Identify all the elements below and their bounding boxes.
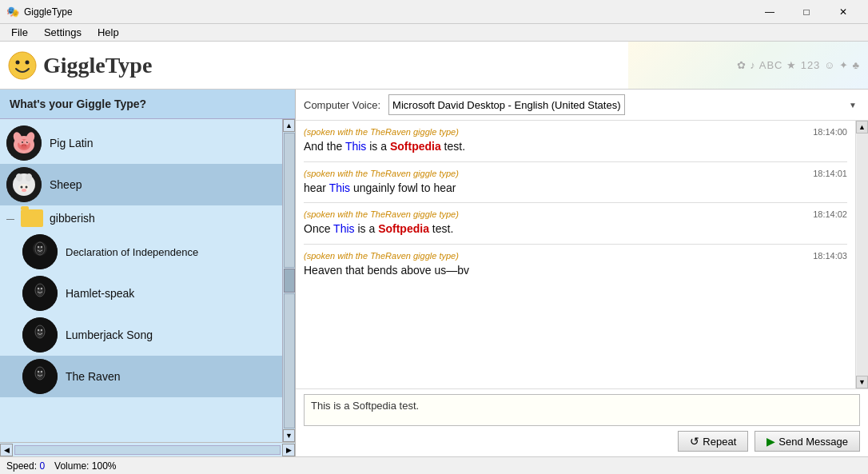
svg-point-21 (21, 186, 23, 189)
scroll-thumb[interactable] (284, 269, 295, 293)
input-buttons: ↺ Repeat ▶ Send Message (304, 431, 860, 452)
giggle-type-list: Pig Latin (0, 119, 282, 442)
svg-point-23 (22, 189, 26, 192)
volume-status: Volume: 100% (54, 460, 116, 472)
svg-point-36 (41, 288, 42, 289)
folder-gibberish[interactable]: — gibberish (0, 205, 282, 231)
spoken-label-4: (spoken with the TheRaven giggle type) (304, 251, 847, 261)
svg-point-1 (16, 60, 20, 64)
spoken-label-2: (spoken with the TheRaven giggle type) (304, 169, 847, 178)
lumberjack-label: Lumberjack Song (66, 329, 153, 341)
highlight-this-3: This (333, 222, 354, 235)
hamlet-icon (22, 276, 58, 311)
svg-point-11 (22, 145, 24, 146)
raven-icon (22, 359, 58, 394)
folder-toggle: — (6, 214, 19, 223)
close-button[interactable]: ✕ (825, 0, 862, 24)
declaration-icon (22, 234, 58, 269)
left-panel: What's your Giggle Type? (0, 90, 296, 456)
voice-select[interactable]: Microsoft David Desktop - English (Unite… (388, 94, 625, 115)
volume-value: 100% (92, 460, 117, 472)
list-item-hamlet[interactable]: Hamlet-speak (0, 273, 282, 314)
volume-label: Volume: (54, 460, 89, 472)
timestamp-3: 18:14:02 (813, 209, 847, 219)
svg-point-46 (41, 371, 42, 372)
list-item-declaration[interactable]: Declaration of Independence (0, 231, 282, 273)
scroll-down-arrow[interactable]: ▼ (283, 429, 295, 442)
chat-scroll-down[interactable]: ▼ (856, 376, 868, 388)
left-scrollbar: ▲ ▼ (282, 119, 295, 442)
svg-point-30 (38, 246, 39, 248)
spoken-label-1: (spoken with the TheRaven giggle type) (304, 127, 847, 137)
voice-select-wrap: Microsoft David Desktop - English (Unite… (388, 94, 860, 115)
sheep-label: Sheep (50, 178, 82, 191)
menu-file[interactable]: File (3, 25, 36, 40)
maximize-button[interactable]: □ (788, 0, 825, 24)
input-area: This is a Softpedia test. ↺ Repeat ▶ Sen… (296, 388, 868, 456)
scroll-up-arrow[interactable]: ▲ (283, 119, 295, 132)
svg-point-2 (26, 60, 30, 64)
lumberjack-icon (22, 317, 58, 353)
chat-entry-4: (spoken with the TheRaven giggle type) H… (296, 245, 855, 285)
timestamp-1: 18:14:00 (813, 127, 847, 137)
spoken-label-3: (spoken with the TheRaven giggle type) (304, 209, 847, 219)
svg-point-12 (25, 145, 26, 146)
folder-icon (21, 209, 43, 227)
message-input[interactable]: This is a Softpedia test. (304, 394, 860, 426)
list-item-sheep[interactable]: Sheep (0, 164, 282, 205)
svg-point-8 (22, 141, 23, 143)
svg-point-31 (41, 246, 42, 248)
chat-area: (spoken with the TheRaven giggle type) A… (296, 121, 855, 388)
speed-value: 0 (39, 460, 45, 472)
window-controls: — □ ✕ (751, 0, 862, 24)
repeat-icon: ↺ (690, 435, 699, 448)
send-icon: ▶ (766, 435, 775, 448)
pig-latin-label: Pig Latin (50, 137, 93, 149)
speed-label: Speed: (6, 460, 37, 472)
highlight-this-2: This (329, 181, 350, 194)
chat-scroll-wrap: (spoken with the TheRaven giggle type) A… (296, 121, 868, 388)
pig-latin-icon (6, 125, 42, 161)
menu-settings[interactable]: Settings (36, 25, 90, 40)
chat-text-4: Heaven that bends above us—bv (304, 263, 847, 279)
svg-point-0 (9, 52, 36, 79)
chat-text-3: Once This is a Softpedia test. (304, 221, 847, 237)
timestamp-2: 18:14:01 (813, 169, 847, 178)
voice-label: Computer Voice: (304, 99, 380, 111)
h-scroll-left[interactable]: ◀ (0, 444, 13, 456)
svg-point-22 (26, 186, 28, 189)
window-title: GiggleType (24, 6, 751, 18)
svg-point-41 (41, 329, 42, 331)
chat-scrollbar: ▲ ▼ (855, 121, 868, 388)
chat-text-1: And the This is a Softpedia test. (304, 139, 847, 155)
send-button[interactable]: ▶ Send Message (755, 431, 860, 452)
h-scroll-right[interactable]: ▶ (282, 444, 295, 456)
voice-select-arrow-icon: ▼ (849, 101, 857, 110)
chat-scroll-up[interactable]: ▲ (856, 121, 868, 133)
logo-text: GiggleType (43, 53, 152, 78)
list-container: Pig Latin (0, 119, 282, 400)
list-item-raven[interactable]: The Raven (0, 356, 282, 397)
repeat-button[interactable]: ↺ Repeat (678, 431, 748, 452)
chat-entry-2: (spoken with the TheRaven giggle type) h… (296, 162, 855, 203)
svg-point-35 (38, 288, 39, 289)
h-scroll-track (14, 445, 281, 455)
repeat-label: Repeat (703, 436, 736, 448)
statusbar: Speed: 0 Volume: 100% (0, 456, 868, 474)
app-icon: 🎭 (6, 6, 19, 18)
menu-help[interactable]: Help (90, 25, 127, 40)
titlebar: 🎭 GiggleType — □ ✕ (0, 0, 868, 24)
chat-entry-1: (spoken with the TheRaven giggle type) A… (296, 121, 855, 161)
raven-label: The Raven (66, 370, 120, 383)
list-item-pig-latin[interactable]: Pig Latin (0, 122, 282, 164)
send-label: Send Message (778, 436, 848, 448)
list-item-lumberjack[interactable]: Lumberjack Song (0, 314, 282, 356)
declaration-label: Declaration of Independence (66, 246, 198, 258)
svg-point-10 (21, 144, 27, 149)
header-decoration: ✿ ♪ ABC ★ 123 ☺ ✦ ♣ (628, 42, 868, 89)
main-content: What's your Giggle Type? (0, 90, 868, 456)
gibberish-label: gibberish (50, 212, 95, 225)
minimize-button[interactable]: — (751, 0, 788, 24)
right-panel: Computer Voice: Microsoft David Desktop … (296, 90, 868, 456)
highlight-this-1: This (345, 140, 366, 153)
